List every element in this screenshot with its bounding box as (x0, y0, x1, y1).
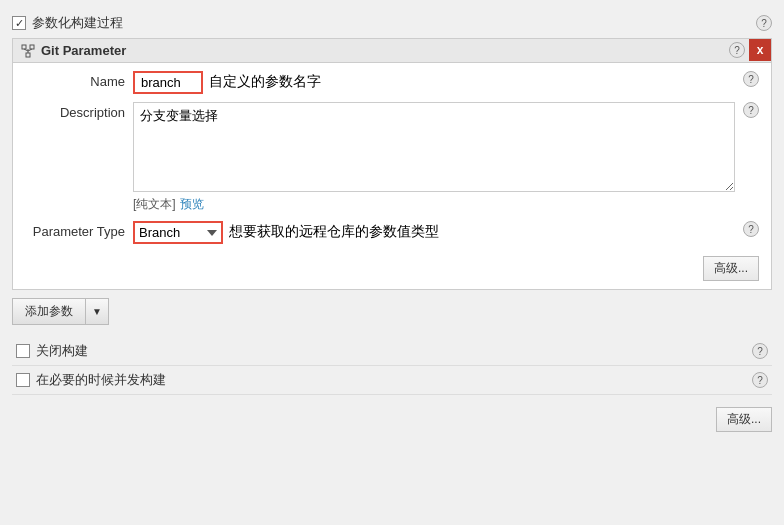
description-row: Description 分支变量选择 [纯文本] 预览 ? (25, 102, 759, 213)
parameterize-section-header: 参数化构建过程 ? (8, 8, 776, 38)
advanced-button[interactable]: 高级... (703, 256, 759, 281)
description-label: Description (25, 102, 125, 120)
description-help-icon[interactable]: ? (743, 102, 759, 118)
preview-link[interactable]: 预览 (180, 196, 204, 213)
card-close-button[interactable]: x (749, 39, 771, 61)
param-type-row: Parameter Type Branch Tag Revision Branc… (25, 221, 759, 244)
description-textarea[interactable]: 分支变量选择 (133, 102, 735, 192)
preview-plain-text: [纯文本] (133, 196, 176, 213)
svg-rect-1 (30, 45, 34, 49)
svg-rect-2 (26, 53, 30, 57)
concurrent-build-left: 在必要的时候并发构建 (16, 371, 166, 389)
name-annotation: 自定义的参数名字 (209, 71, 321, 91)
card-help-icon[interactable]: ? (729, 42, 745, 58)
param-type-annotation: 想要获取的远程仓库的参数值类型 (229, 221, 439, 241)
bottom-advanced-button[interactable]: 高级... (716, 407, 772, 432)
parameterize-label: 参数化构建过程 (32, 14, 123, 32)
git-icon (21, 44, 35, 58)
add-param-split-button: 添加参数 ▼ (12, 298, 109, 325)
add-param-arrow-button[interactable]: ▼ (85, 298, 109, 325)
close-build-row: 关闭构建 ? (12, 337, 772, 366)
close-build-label: 关闭构建 (36, 342, 88, 360)
concurrent-build-checkbox[interactable] (16, 373, 30, 387)
bottom-advanced-row: 高级... (8, 399, 776, 440)
svg-rect-0 (22, 45, 26, 49)
name-label: Name (25, 71, 125, 89)
bottom-options: 关闭构建 ? 在必要的时候并发构建 ? (8, 333, 776, 399)
form-body: Name 自定义的参数名字 ? Description 分支变量选择 [纯文本]… (13, 63, 771, 289)
close-build-help-icon[interactable]: ? (752, 343, 768, 359)
concurrent-build-label: 在必要的时候并发构建 (36, 371, 166, 389)
concurrent-build-help-icon[interactable]: ? (752, 372, 768, 388)
param-type-label: Parameter Type (25, 221, 125, 239)
close-build-left: 关闭构建 (16, 342, 88, 360)
card-title: Git Parameter (41, 43, 126, 58)
card-header: Git Parameter ? x (13, 39, 771, 63)
param-type-select[interactable]: Branch Tag Revision Branch or Tag (133, 221, 223, 244)
preview-links: [纯文本] 预览 (133, 196, 735, 213)
name-help-icon[interactable]: ? (743, 71, 759, 87)
parameterize-checkbox[interactable] (12, 16, 26, 30)
advanced-row: 高级... (25, 252, 759, 281)
add-param-main-button[interactable]: 添加参数 (12, 298, 85, 325)
description-field-col: 分支变量选择 [纯文本] 预览 (133, 102, 735, 213)
git-parameter-card: Git Parameter ? x Name 自定义的参数名字 ? Descri… (12, 38, 772, 290)
parameterize-help-icon[interactable]: ? (756, 15, 772, 31)
param-type-help-icon[interactable]: ? (743, 221, 759, 237)
name-input[interactable] (133, 71, 203, 94)
name-row: Name 自定义的参数名字 ? (25, 71, 759, 94)
close-build-checkbox[interactable] (16, 344, 30, 358)
concurrent-build-row: 在必要的时候并发构建 ? (12, 366, 772, 395)
param-type-field: Branch Tag Revision Branch or Tag 想要获取的远… (133, 221, 735, 244)
name-field: 自定义的参数名字 (133, 71, 735, 94)
add-param-row: 添加参数 ▼ (8, 290, 776, 333)
parameterize-header-left: 参数化构建过程 (12, 14, 123, 32)
